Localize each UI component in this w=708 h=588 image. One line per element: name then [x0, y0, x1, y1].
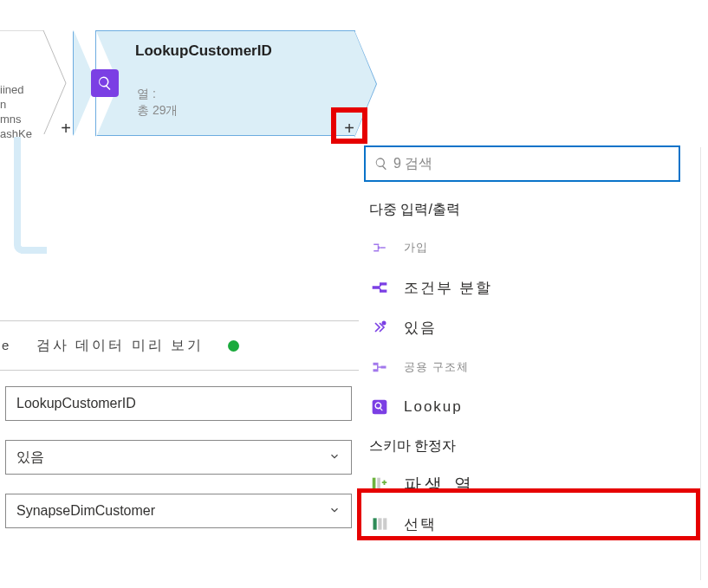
lookup-small-icon — [369, 397, 390, 417]
vertical-separator — [700, 147, 701, 580]
menu-item-lookup[interactable]: Lookup — [364, 387, 693, 427]
status-dot-ok — [228, 340, 239, 352]
svg-rect-5 — [373, 518, 377, 529]
lookup-icon — [91, 69, 119, 97]
transformation-search-input[interactable]: 9 검색 — [364, 145, 680, 182]
menu-item-derived-column[interactable]: 파생 열 — [364, 464, 693, 504]
menu-item-join[interactable]: 가입 — [364, 228, 693, 268]
svg-rect-6 — [378, 518, 381, 529]
search-icon — [374, 157, 388, 171]
add-branch-button-left[interactable]: + — [56, 120, 75, 139]
exists-icon — [369, 317, 390, 338]
join-icon — [369, 237, 390, 258]
inspector-panel: 검사 데이터 미리 보기 LookupCustomerID 있음 Synapse… — [0, 320, 359, 547]
connector-line-ext — [21, 247, 47, 254]
search-placeholder: 9 검색 — [393, 155, 432, 173]
svg-point-1 — [382, 321, 386, 326]
conditional-split-icon — [369, 277, 390, 298]
right-stream-select[interactable]: SynapseDimCustomer — [5, 494, 352, 528]
exists-type-select[interactable]: 있음 — [5, 440, 352, 475]
menu-item-conditional-split[interactable]: 조건부 분할 — [364, 268, 693, 307]
lookup-node-columns-label: 열 : — [137, 87, 156, 102]
menu-section-schema-modifier: 스키마 한정자 — [364, 434, 693, 464]
menu-item-select[interactable]: 선택 — [364, 504, 693, 544]
lookup-node[interactable]: LookupCustomerID 열 : 총 29개 — [95, 30, 355, 136]
add-transformation-button[interactable]: + — [340, 120, 359, 139]
svg-rect-3 — [373, 478, 376, 491]
svg-rect-2 — [373, 400, 387, 415]
chevron-down-icon — [328, 450, 341, 465]
svg-rect-7 — [383, 518, 386, 529]
connector-line — [14, 137, 23, 254]
upstream-node-partial: iined n mns ashKe — [0, 30, 69, 134]
svg-rect-4 — [377, 478, 380, 491]
lookup-node-columns-count: 총 29개 — [137, 103, 178, 119]
menu-section-multi-io: 다중 입력/출력 — [364, 197, 693, 228]
chevron-down-icon — [328, 504, 341, 519]
lookup-node-title: LookupCustomerID — [135, 42, 272, 60]
union-icon — [369, 357, 390, 378]
menu-item-union[interactable]: 공용 구조체 — [364, 347, 693, 387]
transformation-menu: 9 검색 다중 입력/출력 가입 조건부 분할 있음 공용 구조체 Lookup… — [364, 145, 693, 544]
stream-name-input[interactable]: LookupCustomerID — [5, 386, 352, 421]
tab-data-preview[interactable]: 검사 데이터 미리 보기 — [36, 337, 204, 355]
menu-item-exists[interactable]: 있음 — [364, 307, 693, 347]
select-icon — [369, 514, 390, 534]
upstream-node-columns: iined n mns ashKe — [0, 82, 32, 141]
derived-column-icon — [369, 474, 390, 494]
